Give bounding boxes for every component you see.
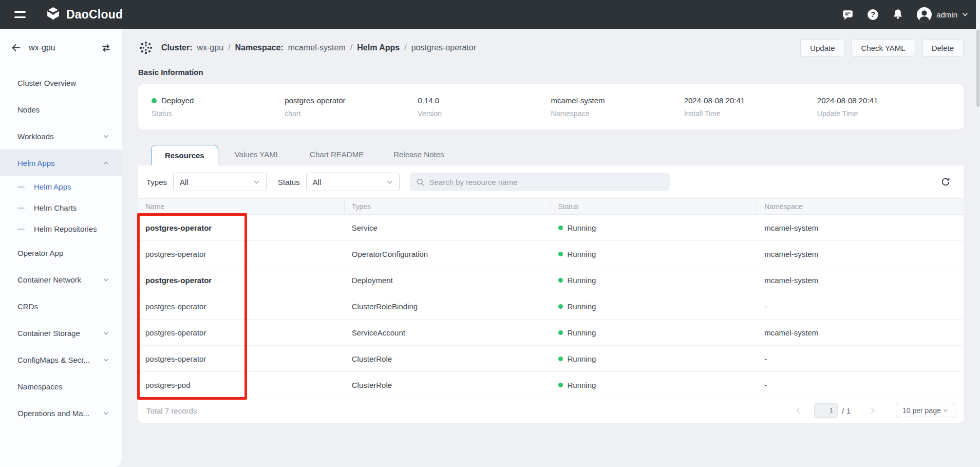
sidebar-item-label: CRDs (17, 302, 109, 311)
types-select-value: All (180, 178, 189, 186)
sidebar-item-operations-and-ma[interactable]: Operations and Ma... (0, 400, 122, 426)
status-dot (558, 357, 563, 361)
sidebar-item-container-storage[interactable]: Container Storage (0, 320, 122, 346)
scrollbar-track[interactable] (976, 0, 980, 467)
next-page-icon[interactable] (864, 407, 881, 414)
sidebar-item-label: Cluster Overview (17, 79, 109, 87)
breadcrumb: Cluster:wx-gpu/Namespace:mcamel-system/H… (138, 40, 476, 55)
tab-values-yaml[interactable]: Values YAML (221, 144, 293, 165)
search-icon (416, 178, 425, 186)
sidebar-item-label: ConfigMaps & Secr... (17, 356, 103, 364)
chevron-down-icon (103, 330, 109, 337)
cell-namespace: mcamel-system (757, 267, 964, 293)
cell-type: ClusterRole (345, 346, 551, 371)
info-field-status: DeployedStatus (152, 96, 285, 118)
status-text: Running (568, 354, 596, 363)
sidebar-item-namespaces[interactable]: Namespaces (0, 373, 122, 400)
cell-type: ServiceAccount (345, 320, 551, 345)
table-row: postgres-operatorClusterRoleBindingRunni… (138, 293, 964, 320)
info-label: Update Time (817, 109, 950, 118)
sidebar-item-helm-apps[interactable]: Helm Apps (0, 176, 122, 197)
sidebar: wx-gpu Cluster OverviewNodesWorkloadsHel… (0, 29, 122, 467)
status-text: Running (568, 223, 596, 232)
prev-page-icon[interactable] (789, 407, 807, 414)
sidebar-item-label: Operator App (17, 249, 109, 257)
swap-icon[interactable] (101, 43, 111, 53)
hamburger-icon[interactable] (14, 11, 26, 18)
scrollbar-thumb[interactable] (976, 30, 979, 107)
tab-resources[interactable]: Resources (151, 145, 218, 165)
tab-chart-readme[interactable]: Chart README (296, 144, 377, 165)
sidebar-item-container-network[interactable]: Container Network (0, 266, 122, 293)
cell-namespace: - (757, 293, 964, 319)
status-text: Running (568, 250, 596, 258)
total-records: Total 7 records (146, 406, 197, 415)
tab-release-notes[interactable]: Release Notes (380, 144, 457, 165)
table-row: postgres-operatorServiceRunningmcamel-sy… (138, 215, 964, 241)
cell-name: postgres-operator (138, 293, 345, 319)
cell-namespace: - (757, 372, 964, 398)
chevron-down-icon (103, 410, 109, 417)
sidebar-item-label: Namespaces (17, 382, 109, 391)
chevron-down-icon (103, 276, 109, 283)
sidebar-item-workloads[interactable]: Workloads (0, 123, 122, 150)
cell-namespace: mcamel-system (757, 320, 964, 345)
sidebar-item-helm-charts[interactable]: Helm Charts (0, 197, 122, 218)
username: admin (936, 10, 957, 19)
cell-status: Running (551, 372, 758, 398)
status-text: Running (568, 276, 596, 285)
sidebar-item-label: Container Storage (17, 329, 103, 338)
update-button[interactable]: Update (800, 39, 844, 57)
daocloud-logo[interactable]: DaoCloud (45, 6, 123, 23)
sidebar-item-helm-repositories[interactable]: Helm Repositories (0, 218, 122, 239)
cell-status: Running (551, 346, 758, 371)
search-input[interactable] (429, 178, 664, 186)
brand-name: DaoCloud (66, 8, 123, 22)
info-value: 0.14.0 (418, 96, 551, 105)
status-dot (558, 304, 563, 309)
info-value-text: mcamel-system (551, 96, 605, 105)
refresh-icon[interactable] (940, 176, 951, 188)
breadcrumb-segment: Helm Apps (357, 43, 400, 52)
user-menu[interactable]: admin (916, 7, 969, 23)
info-label: Status (152, 109, 285, 118)
sidebar-item-operator-app[interactable]: Operator App (0, 239, 122, 266)
info-value-text: postgres-operator (285, 96, 345, 105)
status-select[interactable]: All (306, 173, 400, 191)
breadcrumb-separator: / (228, 43, 230, 52)
cell-name: postgres-operator (138, 267, 345, 293)
chevron-down-icon (943, 407, 949, 414)
cell-type: Service (345, 215, 551, 240)
sidebar-item-cluster-overview[interactable]: Cluster Overview (0, 69, 122, 96)
basic-info-title: Basic Information (138, 68, 964, 77)
per-page-select[interactable]: 10 per page (896, 403, 955, 418)
types-select[interactable]: All (173, 173, 267, 191)
breadcrumb-segment: Cluster: (161, 43, 192, 52)
page-number-input[interactable] (814, 403, 838, 418)
sidebar-item-configmaps-secr[interactable]: ConfigMaps & Secr... (0, 346, 122, 373)
status-text: Running (568, 328, 596, 337)
delete-button[interactable]: Delete (922, 39, 964, 57)
back-arrow-icon[interactable] (10, 42, 22, 53)
sidebar-item-nodes[interactable]: Nodes (0, 96, 122, 123)
table-row: postgres-operatorDeploymentRunningmcamel… (138, 267, 964, 293)
info-value: Deployed (152, 96, 285, 105)
table-row: postgres-operatorOperatorConfigurationRu… (138, 241, 964, 267)
notifications-icon[interactable] (892, 8, 904, 21)
cell-status: Running (551, 241, 758, 267)
chat-icon[interactable] (841, 8, 854, 21)
info-value-text: 0.14.0 (418, 96, 439, 105)
breadcrumb-segment[interactable]: mcamel-system (288, 43, 346, 52)
per-page-value: 10 per page (902, 406, 941, 415)
help-icon[interactable]: ? (866, 8, 879, 21)
info-value-text: Deployed (161, 96, 194, 105)
check-yaml-button[interactable]: Check YAML (851, 39, 915, 57)
status-filter-label: Status (278, 178, 300, 186)
breadcrumb-segment[interactable]: postgres-operator (411, 43, 476, 52)
breadcrumb-segment[interactable]: wx-gpu (197, 43, 223, 52)
helm-dots-icon (138, 40, 154, 55)
status-text: Running (568, 381, 596, 389)
sidebar-item-helm-apps[interactable]: Helm Apps (0, 150, 122, 176)
avatar (916, 7, 932, 23)
sidebar-item-crds[interactable]: CRDs (0, 293, 122, 320)
